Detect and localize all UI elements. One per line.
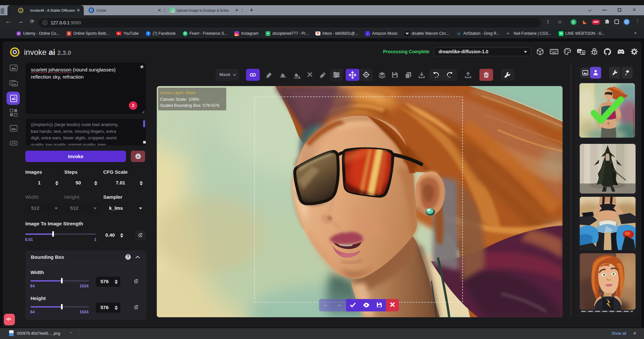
svg-text:A: A xyxy=(578,50,580,53)
svg-text:文: 文 xyxy=(581,51,585,55)
